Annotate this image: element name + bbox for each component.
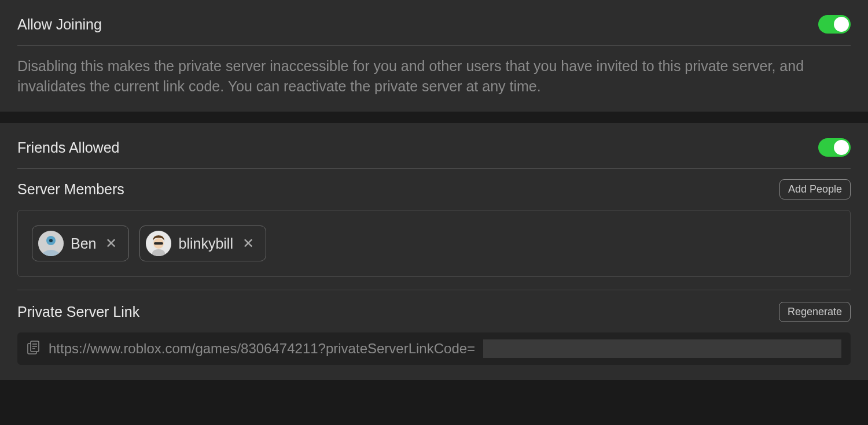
member-chip: blinkybill ✕ [139,226,266,261]
svg-rect-5 [154,242,163,245]
copy-icon[interactable] [27,339,41,358]
toggle-knob [834,140,849,155]
allow-joining-toggle[interactable] [818,15,851,34]
allow-joining-panel: Allow Joining Disabling this makes the p… [0,0,868,112]
avatar-placeholder-icon [146,231,171,256]
server-members-title: Server Members [17,181,124,198]
friends-allowed-toggle[interactable] [818,138,851,157]
private-link-box: https://www.roblox.com/games/8306474211?… [17,332,851,365]
private-link-code-redacted [483,339,841,358]
friends-members-panel: Friends Allowed Server Members Add Peopl… [0,123,868,380]
server-members-container: Ben ✕ blinkybill ✕ [17,210,851,277]
allow-joining-header: Allow Joining [17,15,851,46]
toggle-knob [834,17,849,32]
avatar-placeholder-icon [38,231,64,256]
member-name: blinkybill [178,235,233,252]
member-chip: Ben ✕ [32,226,129,261]
server-members-header: Server Members Add People [17,179,851,199]
allow-joining-title: Allow Joining [17,16,102,33]
divider [17,290,851,290]
private-link-title: Private Server Link [17,304,139,320]
avatar [146,231,171,256]
remove-member-icon[interactable]: ✕ [240,236,256,250]
svg-point-2 [49,239,53,242]
add-people-button[interactable]: Add People [779,179,851,199]
regenerate-button[interactable]: Regenerate [779,302,851,322]
avatar [38,231,64,256]
private-link-url[interactable]: https://www.roblox.com/games/8306474211?… [49,341,475,357]
friends-allowed-header: Friends Allowed [17,138,851,169]
member-name: Ben [71,235,96,252]
remove-member-icon[interactable]: ✕ [103,236,119,250]
friends-allowed-title: Friends Allowed [17,139,119,156]
private-link-header: Private Server Link Regenerate [17,302,851,322]
allow-joining-description: Disabling this makes the private server … [17,56,851,97]
